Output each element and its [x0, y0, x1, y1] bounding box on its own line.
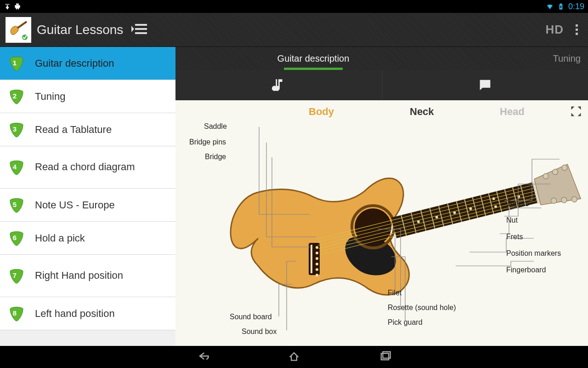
music-note-icon: [271, 77, 286, 93]
list-toggle-icon[interactable]: [131, 22, 148, 38]
label-sound-board: Sound board: [230, 313, 272, 321]
pick-icon: 7: [8, 268, 25, 284]
lesson-label: Read a chord diagram: [35, 161, 135, 173]
svg-rect-3: [135, 24, 147, 26]
svg-rect-4: [135, 28, 147, 30]
svg-rect-16: [391, 182, 539, 238]
nav-recent-button[interactable]: [379, 350, 391, 364]
svg-rect-5: [135, 32, 147, 34]
wifi-icon: [546, 3, 554, 10]
svg-point-13: [316, 263, 318, 265]
label-position-markers: Position markers: [506, 249, 561, 258]
label-saddle: Saddle: [204, 122, 227, 131]
status-time: 0:19: [568, 2, 584, 12]
pick-icon: 5: [8, 197, 25, 213]
lesson-label: Read a Tablature: [35, 124, 112, 136]
svg-point-15: [316, 274, 318, 276]
lesson-label: Tuning: [35, 91, 65, 103]
action-bar: Guitar Lessons HD: [0, 13, 588, 47]
label-pick-guard: Pick guard: [388, 318, 423, 327]
label-sound-box: Sound box: [242, 328, 277, 336]
svg-point-12: [316, 257, 318, 260]
label-frets: Frets: [506, 233, 523, 241]
pick-icon: 2: [8, 88, 25, 105]
app-title: Guitar Lessons: [37, 23, 123, 37]
label-nut: Nut: [506, 216, 518, 224]
chat-icon: [477, 77, 493, 93]
lesson-label: Hold a pick: [35, 232, 85, 244]
lesson-label: Note US - Europe: [35, 199, 115, 211]
android-status-bar: 0:19: [0, 0, 588, 13]
lesson-list: 1 Guitar description 2 Tuning 3 Read a T…: [0, 47, 175, 346]
svg-rect-9: [311, 245, 312, 273]
lesson-item-note-us-europe[interactable]: 5 Note US - Europe: [0, 189, 175, 222]
nav-back-button[interactable]: [197, 350, 209, 364]
battery-charging-icon: [557, 3, 565, 10]
lesson-label: Right Hand position: [35, 270, 123, 282]
lesson-item-tuning[interactable]: 2 Tuning: [0, 80, 175, 113]
pick-icon: 3: [8, 121, 25, 138]
svg-point-11: [316, 252, 318, 254]
label-tuners: Tuners: [506, 200, 529, 208]
guitar-illustration: [175, 100, 588, 346]
lesson-item-guitar-description[interactable]: 1 Guitar description: [0, 47, 175, 80]
nav-home-button[interactable]: [288, 350, 300, 364]
download-icon: [4, 3, 11, 10]
tab-lesson-content[interactable]: [175, 70, 382, 100]
pager-tabs: Guitar description Tuning: [175, 47, 588, 70]
label-bridge: Bridge: [205, 153, 226, 161]
label-bridge-pins: Bridge pins: [189, 138, 226, 146]
tab-comments[interactable]: [382, 70, 588, 100]
lesson-item-read-tablature[interactable]: 3 Read a Tablature: [0, 113, 175, 146]
app-icon[interactable]: [6, 17, 31, 43]
lesson-item-hold-pick[interactable]: 6 Hold a pick: [0, 222, 175, 255]
overflow-menu-icon[interactable]: [571, 22, 582, 38]
guitar-diagram: Body Neck Head: [175, 100, 588, 346]
hd-button[interactable]: HD: [545, 23, 564, 37]
lesson-item-chord-diagram[interactable]: 4 Read a chord diagram: [0, 146, 175, 189]
lesson-item-right-hand[interactable]: 7 Right Hand position: [0, 255, 175, 297]
pick-icon: 8: [8, 305, 25, 322]
android-nav-bar: [0, 346, 588, 368]
pick-icon: 6: [8, 230, 25, 247]
pager-tab-description[interactable]: Guitar description: [270, 47, 357, 70]
svg-point-6: [355, 208, 391, 245]
pager-tab-tuning[interactable]: Tuning: [546, 47, 588, 70]
android-debug-icon: [14, 3, 21, 10]
label-fingerboard: Fingerboard: [506, 266, 546, 274]
svg-point-14: [316, 268, 318, 271]
label-rosette: Rosette (sound hole): [388, 304, 456, 312]
pick-icon: 1: [8, 55, 25, 72]
lesson-label: Left hand position: [35, 308, 115, 320]
lesson-item-left-hand[interactable]: 8 Left hand position: [0, 297, 175, 330]
svg-point-10: [316, 246, 318, 249]
lesson-label: Guitar description: [35, 58, 114, 69]
label-filet: Filet: [388, 289, 401, 297]
pick-icon: 4: [8, 159, 25, 176]
icon-tabs: [175, 70, 588, 100]
main-pane: Guitar description Tuning Body Neck Head: [175, 47, 588, 346]
